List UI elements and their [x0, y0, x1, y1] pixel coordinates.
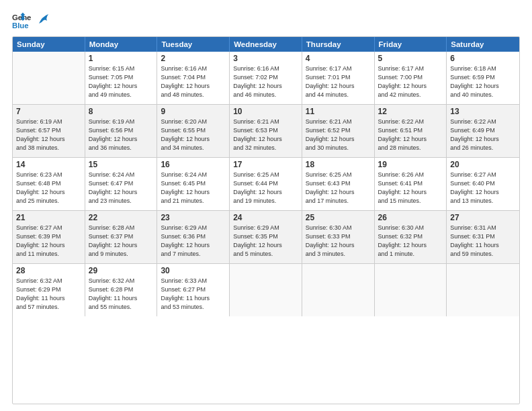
day-details: Sunrise: 6:25 AM Sunset: 6:44 PM Dayligh…: [233, 171, 298, 205]
day-details: Sunrise: 6:16 AM Sunset: 7:02 PM Dayligh…: [233, 64, 298, 99]
calendar-cell-w5-d3: 30Sunrise: 6:33 AM Sunset: 6:27 PM Dayli…: [157, 264, 230, 316]
calendar-cell-w3-d7: 20Sunrise: 6:27 AM Sunset: 6:40 PM Dayli…: [447, 158, 519, 210]
calendar-cell-w1-d2: 1Sunrise: 6:15 AM Sunset: 7:05 PM Daylig…: [85, 52, 158, 104]
calendar-cell-w4-d6: 26Sunrise: 6:30 AM Sunset: 6:32 PM Dayli…: [375, 211, 447, 263]
day-number: 17: [233, 160, 298, 169]
logo: General Blue: [12, 12, 50, 31]
day-details: Sunrise: 6:24 AM Sunset: 6:45 PM Dayligh…: [161, 171, 226, 205]
calendar-page: General Blue SundayMondayTuesdayWednesda…: [0, 0, 532, 411]
calendar-cell-w2-d3: 9Sunrise: 6:20 AM Sunset: 6:55 PM Daylig…: [157, 105, 230, 157]
header-day-tuesday: Tuesday: [157, 37, 230, 52]
calendar-cell-w1-d7: 6Sunrise: 6:18 AM Sunset: 6:59 PM Daylig…: [447, 52, 519, 104]
day-details: Sunrise: 6:33 AM Sunset: 6:27 PM Dayligh…: [161, 277, 226, 312]
day-number: 22: [89, 213, 154, 222]
calendar-cell-w5-d2: 29Sunrise: 6:32 AM Sunset: 6:28 PM Dayli…: [85, 264, 158, 316]
header-day-thursday: Thursday: [302, 37, 375, 52]
calendar-cell-w1-d4: 3Sunrise: 6:16 AM Sunset: 7:02 PM Daylig…: [230, 52, 302, 104]
day-details: Sunrise: 6:17 AM Sunset: 7:01 PM Dayligh…: [306, 64, 371, 99]
header-day-wednesday: Wednesday: [230, 37, 302, 52]
calendar-header: SundayMondayTuesdayWednesdayThursdayFrid…: [13, 37, 519, 52]
day-details: Sunrise: 6:29 AM Sunset: 6:35 PM Dayligh…: [233, 224, 298, 259]
day-number: 1: [89, 54, 154, 63]
calendar: SundayMondayTuesdayWednesdayThursdayFrid…: [12, 36, 520, 404]
day-details: Sunrise: 6:27 AM Sunset: 6:39 PM Dayligh…: [16, 224, 81, 259]
day-number: 25: [306, 213, 371, 222]
day-details: Sunrise: 6:22 AM Sunset: 6:49 PM Dayligh…: [450, 118, 516, 152]
calendar-cell-w3-d4: 17Sunrise: 6:25 AM Sunset: 6:44 PM Dayli…: [230, 158, 302, 210]
calendar-cell-w5-d5: [302, 264, 375, 316]
calendar-body: 1Sunrise: 6:15 AM Sunset: 7:05 PM Daylig…: [13, 52, 519, 316]
calendar-week-4: 21Sunrise: 6:27 AM Sunset: 6:39 PM Dayli…: [13, 211, 519, 264]
calendar-cell-w4-d5: 25Sunrise: 6:30 AM Sunset: 6:33 PM Dayli…: [302, 211, 375, 263]
calendar-cell-w2-d4: 10Sunrise: 6:21 AM Sunset: 6:53 PM Dayli…: [230, 105, 302, 157]
calendar-cell-w3-d6: 19Sunrise: 6:26 AM Sunset: 6:41 PM Dayli…: [375, 158, 447, 210]
day-number: 4: [306, 54, 371, 63]
calendar-cell-w1-d3: 2Sunrise: 6:16 AM Sunset: 7:04 PM Daylig…: [157, 52, 230, 104]
header: General Blue: [12, 12, 520, 31]
day-details: Sunrise: 6:26 AM Sunset: 6:41 PM Dayligh…: [378, 171, 443, 205]
header-day-monday: Monday: [85, 37, 158, 52]
calendar-cell-w2-d2: 8Sunrise: 6:19 AM Sunset: 6:56 PM Daylig…: [85, 105, 158, 157]
calendar-cell-w2-d6: 12Sunrise: 6:22 AM Sunset: 6:51 PM Dayli…: [375, 105, 447, 157]
day-details: Sunrise: 6:16 AM Sunset: 7:04 PM Dayligh…: [161, 64, 226, 99]
day-number: 6: [450, 54, 516, 63]
day-details: Sunrise: 6:25 AM Sunset: 6:43 PM Dayligh…: [306, 171, 371, 205]
day-number: 26: [378, 213, 443, 222]
day-number: 18: [306, 160, 371, 169]
calendar-week-2: 7Sunrise: 6:19 AM Sunset: 6:57 PM Daylig…: [13, 105, 519, 158]
day-number: 2: [161, 54, 226, 63]
day-number: 28: [16, 266, 81, 275]
day-number: 8: [89, 107, 154, 116]
calendar-cell-w3-d5: 18Sunrise: 6:25 AM Sunset: 6:43 PM Dayli…: [302, 158, 375, 210]
svg-text:Blue: Blue: [12, 21, 29, 30]
calendar-cell-w1-d5: 4Sunrise: 6:17 AM Sunset: 7:01 PM Daylig…: [302, 52, 375, 104]
day-details: Sunrise: 6:23 AM Sunset: 6:48 PM Dayligh…: [16, 171, 81, 205]
day-number: 12: [378, 107, 443, 116]
calendar-cell-w5-d6: [375, 264, 447, 316]
day-details: Sunrise: 6:24 AM Sunset: 6:47 PM Dayligh…: [89, 171, 154, 205]
logo-icon: General Blue: [12, 12, 31, 31]
day-number: 7: [16, 107, 81, 116]
calendar-cell-w4-d7: 27Sunrise: 6:31 AM Sunset: 6:31 PM Dayli…: [447, 211, 519, 263]
day-number: 3: [233, 54, 298, 63]
header-day-friday: Friday: [375, 37, 447, 52]
day-details: Sunrise: 6:17 AM Sunset: 7:00 PM Dayligh…: [378, 64, 443, 99]
day-number: 9: [161, 107, 226, 116]
calendar-cell-w4-d2: 22Sunrise: 6:28 AM Sunset: 6:37 PM Dayli…: [85, 211, 158, 263]
calendar-week-3: 14Sunrise: 6:23 AM Sunset: 6:48 PM Dayli…: [13, 158, 519, 211]
calendar-cell-w4-d1: 21Sunrise: 6:27 AM Sunset: 6:39 PM Dayli…: [13, 211, 85, 263]
calendar-cell-w1-d6: 5Sunrise: 6:17 AM Sunset: 7:00 PM Daylig…: [375, 52, 447, 104]
day-details: Sunrise: 6:15 AM Sunset: 7:05 PM Dayligh…: [89, 64, 154, 99]
day-number: 5: [378, 54, 443, 63]
day-number: 20: [450, 160, 516, 169]
day-number: 21: [16, 213, 81, 222]
calendar-cell-w5-d7: [447, 264, 519, 316]
day-number: 19: [378, 160, 443, 169]
day-number: 27: [450, 213, 516, 222]
day-details: Sunrise: 6:29 AM Sunset: 6:36 PM Dayligh…: [161, 224, 226, 259]
day-number: 23: [161, 213, 226, 222]
day-number: 10: [233, 107, 298, 116]
calendar-week-1: 1Sunrise: 6:15 AM Sunset: 7:05 PM Daylig…: [13, 52, 519, 105]
day-number: 16: [161, 160, 226, 169]
day-number: 13: [450, 107, 516, 116]
day-number: 11: [306, 107, 371, 116]
day-details: Sunrise: 6:30 AM Sunset: 6:33 PM Dayligh…: [306, 224, 371, 259]
calendar-cell-w4-d3: 23Sunrise: 6:29 AM Sunset: 6:36 PM Dayli…: [157, 211, 230, 263]
day-details: Sunrise: 6:32 AM Sunset: 6:28 PM Dayligh…: [89, 277, 154, 312]
day-number: 30: [161, 266, 226, 275]
day-details: Sunrise: 6:31 AM Sunset: 6:31 PM Dayligh…: [450, 224, 516, 259]
day-details: Sunrise: 6:32 AM Sunset: 6:29 PM Dayligh…: [16, 277, 81, 312]
calendar-cell-w2-d1: 7Sunrise: 6:19 AM Sunset: 6:57 PM Daylig…: [13, 105, 85, 157]
day-details: Sunrise: 6:19 AM Sunset: 6:56 PM Dayligh…: [89, 118, 154, 152]
day-details: Sunrise: 6:18 AM Sunset: 6:59 PM Dayligh…: [450, 64, 516, 99]
day-details: Sunrise: 6:22 AM Sunset: 6:51 PM Dayligh…: [378, 118, 443, 152]
day-details: Sunrise: 6:27 AM Sunset: 6:40 PM Dayligh…: [450, 171, 516, 205]
day-number: 15: [89, 160, 154, 169]
day-details: Sunrise: 6:28 AM Sunset: 6:37 PM Dayligh…: [89, 224, 154, 259]
header-day-saturday: Saturday: [447, 37, 519, 52]
calendar-cell-w2-d5: 11Sunrise: 6:21 AM Sunset: 6:52 PM Dayli…: [302, 105, 375, 157]
calendar-cell-w4-d4: 24Sunrise: 6:29 AM Sunset: 6:35 PM Dayli…: [230, 211, 302, 263]
calendar-cell-w2-d7: 13Sunrise: 6:22 AM Sunset: 6:49 PM Dayli…: [447, 105, 519, 157]
day-details: Sunrise: 6:21 AM Sunset: 6:53 PM Dayligh…: [233, 118, 298, 152]
